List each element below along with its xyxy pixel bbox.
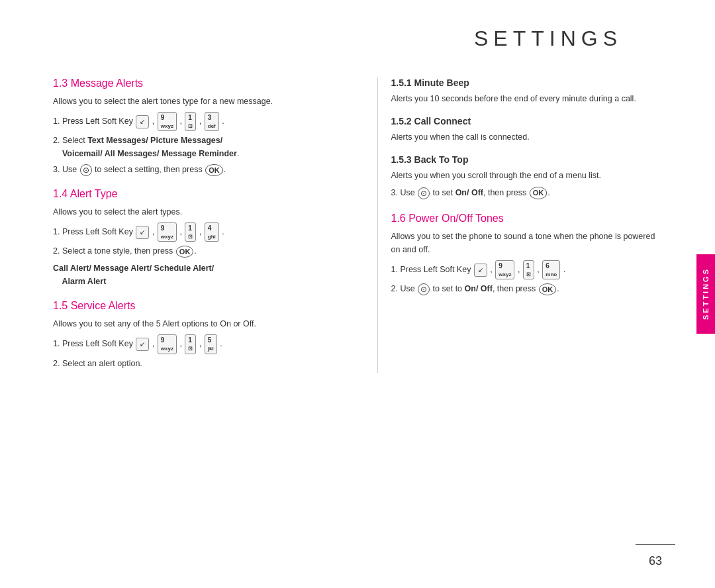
ok-badge-2: OK <box>176 246 194 258</box>
section-1-3: 1.3 Message Alerts Allows you to select … <box>53 77 324 176</box>
nav-icon-3: ⊙ <box>418 283 430 295</box>
section-1-4-step1: 1. Press Left Soft Key ↙ , 9wxyz , 1⊡ , … <box>53 222 324 242</box>
key-9wxyz-2: 9wxyz <box>158 222 177 242</box>
section-1-4-body: Allows you to select the alert types. <box>53 205 324 219</box>
section-1-4-heading: 1.4 Alert Type <box>53 188 324 200</box>
ok-badge: OK <box>205 164 223 177</box>
key-1-4: 1⊡ <box>523 260 534 279</box>
section-1-5-3-heading: 1.5.3 Back To Top <box>391 154 663 165</box>
section-1-3-step3: 3. Use ⊙ to select a setting, then press… <box>53 163 324 176</box>
section-1-6-step1: 1. Press Left Soft Key ↙ , 9wxyz , 1⊡ , … <box>391 260 663 279</box>
key-9wxyz-4: 9wxyz <box>495 260 514 279</box>
section-1-5-3-step3: 3. Use ⊙ to set On/ Off, then press OK. <box>391 186 663 199</box>
nav-icon-2: ⊙ <box>418 187 430 199</box>
soft-key-icon-2: ↙ <box>136 226 149 239</box>
section-1-5-1-body: Alerts you 10 seconds before the end of … <box>391 92 663 105</box>
section-1-5: 1.5 Service Alerts Allows you to set any… <box>53 300 324 369</box>
section-1-5-3-body: Alerts you when you scroll through the e… <box>391 169 663 182</box>
side-tab-label: SETTINGS <box>702 268 710 320</box>
nav-icon: ⊙ <box>80 164 92 176</box>
key-6mno: 6mno <box>542 260 560 279</box>
section-1-4-note: Call Alert/ Message Alert/ Schedule Aler… <box>53 262 324 288</box>
ok-badge-4: OK <box>539 283 557 296</box>
key-9wxyz: 9wxyz <box>158 112 177 131</box>
section-1-5-1: 1.5.1 Minute Beep Alerts you 10 seconds … <box>391 77 663 105</box>
right-column: 1.5.1 Minute Beep Alerts you 10 seconds … <box>377 77 663 373</box>
key-1: 1⊡ <box>185 112 196 131</box>
page-container: SETTINGS 1.3 Message Alerts Allows you t… <box>0 0 715 588</box>
section-1-5-2-body: Alerts you when the call is connected. <box>391 130 663 144</box>
page-number: 63 <box>649 554 662 568</box>
section-1-6: 1.6 Power On/Off Tones Allows you to set… <box>391 213 663 295</box>
side-tab: SETTINGS <box>696 254 715 334</box>
section-1-3-body: Allows you to select the alert tones typ… <box>53 95 324 108</box>
section-1-6-heading: 1.6 Power On/Off Tones <box>391 213 663 224</box>
section-1-5-step2: 2. Select an alert option. <box>53 357 324 370</box>
section-1-3-step2: 2. Select Text Messages/ Picture Message… <box>53 134 324 160</box>
section-1-4-step2: 2. Select a tone style, then press OK. <box>53 244 324 258</box>
key-9wxyz-3: 9wxyz <box>158 334 177 354</box>
key-3def: 3def <box>205 112 219 131</box>
section-1-3-step1: 1. Press Left Soft Key ↙ , 9wxyz , 1⊡ , … <box>53 112 324 131</box>
section-1-5-2: 1.5.2 Call Connect Alerts you when the c… <box>391 116 663 144</box>
key-4ghi: 4ghi <box>205 222 219 242</box>
soft-key-icon: ↙ <box>136 115 149 128</box>
section-1-5-3: 1.5.3 Back To Top Alerts you when you sc… <box>391 154 663 199</box>
section-1-4: 1.4 Alert Type Allows you to select the … <box>53 188 324 288</box>
section-1-5-2-heading: 1.5.2 Call Connect <box>391 116 663 126</box>
section-1-3-heading: 1.3 Message Alerts <box>53 77 324 89</box>
section-1-6-step2: 2. Use ⊙ to set to On/ Off, then press O… <box>391 282 663 295</box>
section-1-5-body: Allows you to set any of the 5 Alert opt… <box>53 317 324 330</box>
soft-key-icon-4: ↙ <box>474 264 487 277</box>
page-divider <box>636 544 675 545</box>
key-5jkl: 5jkl <box>205 334 217 354</box>
section-1-5-step1: 1. Press Left Soft Key ↙ , 9wxyz , 1⊡ , … <box>53 334 324 354</box>
ok-badge-3: OK <box>530 187 548 199</box>
page-title: SETTINGS <box>53 26 662 51</box>
section-1-5-1-heading: 1.5.1 Minute Beep <box>391 77 663 88</box>
key-1-3: 1⊡ <box>185 334 196 354</box>
section-1-6-body: Allows you to set the phone to sound a t… <box>391 230 663 256</box>
content-area: 1.3 Message Alerts Allows you to select … <box>53 77 662 373</box>
left-column: 1.3 Message Alerts Allows you to select … <box>53 77 338 373</box>
key-1-2: 1⊡ <box>185 222 196 242</box>
section-1-5-heading: 1.5 Service Alerts <box>53 300 324 312</box>
soft-key-icon-3: ↙ <box>136 338 149 351</box>
